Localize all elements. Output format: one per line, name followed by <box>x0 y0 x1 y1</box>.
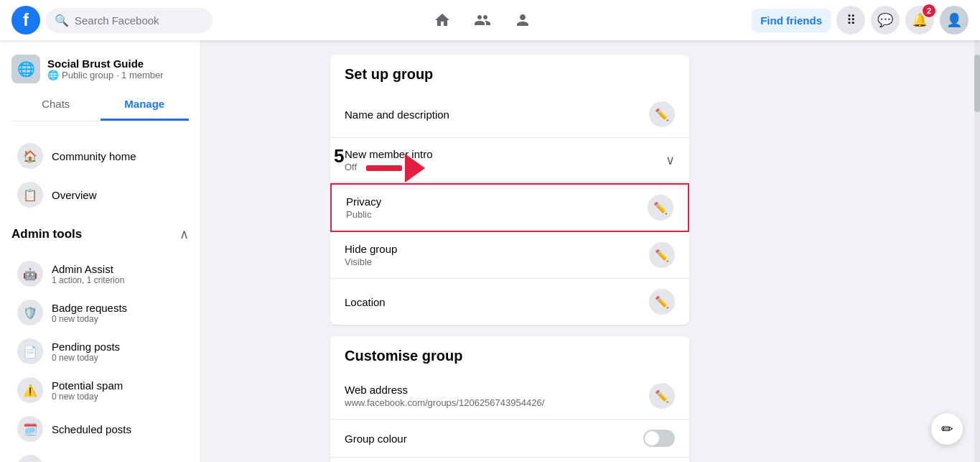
admin-tools-header: Admin tools ∧ <box>0 221 200 248</box>
customise-group-title: Customise group <box>330 336 689 373</box>
badge-requests-sub: 0 new today <box>52 314 127 324</box>
new-member-intro-sub: Off <box>345 162 433 172</box>
new-member-intro-row: New member intro Off ∨ <box>330 138 689 183</box>
group-colour-row: Group colour <box>330 420 689 458</box>
compose-button[interactable]: ✏ <box>931 413 963 445</box>
sidebar-item-overview[interactable]: 📋 Overview <box>6 176 195 213</box>
sidebar-item-community-home[interactable]: 🏠 Community home <box>6 137 195 175</box>
customise-group-card: Customise group Web address www.facebook… <box>330 336 689 462</box>
location-edit-button[interactable]: ✏️ <box>649 289 675 315</box>
pending-posts-icon: 📄 <box>17 338 43 364</box>
scheduled-posts-label: Scheduled posts <box>52 423 131 435</box>
sidebar: 🌐 Social Brust Guide 🌐 Public group · 1 … <box>0 40 201 462</box>
search-box[interactable]: 🔍 <box>46 8 213 33</box>
location-label: Location <box>345 296 386 308</box>
topnav-right: Find friends ⠿ 💬 🔔 2 👤 <box>752 6 969 34</box>
potential-spam-icon: ⚠️ <box>17 377 43 403</box>
admin-assist-icon: 🤖 <box>17 261 43 287</box>
search-input[interactable] <box>75 14 204 27</box>
name-description-label: Name and description <box>345 108 449 121</box>
activity-log-icon: 🕐 <box>17 455 43 462</box>
badge-requests-label: Badge requests <box>52 302 127 314</box>
search-icon: 🔍 <box>55 14 69 27</box>
sidebar-item-activity-log[interactable]: 🕐 Activity log <box>6 449 195 462</box>
profile-nav-button[interactable] <box>505 6 540 34</box>
scheduled-posts-icon: 🗓️ <box>17 416 43 442</box>
collapse-admin-tools-button[interactable]: ∧ <box>179 226 189 242</box>
badge-requests-icon: 🛡️ <box>17 300 43 325</box>
scrollbar-thumb[interactable] <box>974 55 980 112</box>
group-name: Social Brust Guide <box>47 57 164 70</box>
potential-spam-sub: 0 new today <box>52 392 123 402</box>
hide-group-label: Hide group <box>345 243 397 255</box>
sidebar-item-pending-posts[interactable]: 📄 Pending posts 0 new today <box>6 333 195 370</box>
scrollbar-track[interactable] <box>974 40 980 462</box>
group-info: 🌐 Social Brust Guide 🌐 Public group · 1 … <box>11 49 189 89</box>
sidebar-nav-section: 🏠 Community home 📋 Overview <box>0 130 200 221</box>
admin-tools-title: Admin tools <box>11 227 82 241</box>
privacy-edit-button[interactable]: ✏️ <box>648 195 673 221</box>
pending-posts-sub: 0 new today <box>52 353 120 363</box>
hide-group-edit-button[interactable]: ✏️ <box>649 242 675 268</box>
sidebar-header: 🌐 Social Brust Guide 🌐 Public group · 1 … <box>0 40 200 130</box>
group-sub: 🌐 Public group · 1 member <box>47 70 164 80</box>
notifications-button[interactable]: 🔔 2 <box>905 6 934 34</box>
web-address-row: Web address www.facebook.com/groups/1206… <box>330 373 689 420</box>
overview-label: Overview <box>52 189 97 201</box>
notif-badge: 2 <box>923 4 935 17</box>
potential-spam-label: Potential spam <box>52 379 123 392</box>
admin-assist-label: Admin Assist <box>52 263 124 275</box>
friends-nav-button[interactable] <box>465 6 500 34</box>
topnav-left: f 🔍 <box>11 6 213 34</box>
tab-manage[interactable]: Manage <box>101 89 190 121</box>
sidebar-item-scheduled-posts[interactable]: 🗓️ Scheduled posts <box>6 410 195 448</box>
badges-row: Badges 4 badges ✏️ <box>330 458 689 462</box>
hide-group-sub: Visible <box>345 257 397 267</box>
name-description-edit-button[interactable]: ✏️ <box>649 101 675 127</box>
find-friends-button[interactable]: Find friends <box>752 9 831 32</box>
web-address-sub: www.facebook.com/groups/1206256743954426… <box>345 397 544 408</box>
group-colour-toggle[interactable] <box>643 430 675 447</box>
content-area: 5 Set up group Name and description ✏️ N… <box>201 40 974 462</box>
community-home-icon: 🏠 <box>17 143 43 169</box>
tab-chats[interactable]: Chats <box>11 89 101 121</box>
apps-button[interactable]: ⠿ <box>836 6 865 34</box>
new-member-intro-chevron-button[interactable]: ∨ <box>666 152 675 168</box>
new-member-intro-label: New member intro <box>345 148 433 160</box>
messenger-button[interactable]: 💬 <box>871 6 900 34</box>
topnav: f 🔍 Find friends ⠿ 💬 🔔 2 👤 <box>0 0 980 40</box>
set-up-group-card: Set up group Name and description ✏️ New… <box>330 55 689 325</box>
privacy-row-highlighted: Privacy Public ✏️ <box>330 183 689 232</box>
web-address-edit-button[interactable]: ✏️ <box>649 383 675 409</box>
name-description-row: Name and description ✏️ <box>330 91 689 138</box>
home-nav-button[interactable] <box>425 6 459 34</box>
sidebar-item-badge-requests[interactable]: 🛡️ Badge requests 0 new today <box>6 294 195 331</box>
hide-group-row: Hide group Visible ✏️ <box>330 232 689 279</box>
location-row: Location ✏️ <box>330 279 689 325</box>
group-avatar: 🌐 <box>11 55 40 83</box>
sidebar-item-admin-assist[interactable]: 🤖 Admin Assist 1 action, 1 criterion <box>6 255 195 292</box>
topnav-center <box>213 6 752 34</box>
tabs-row: Chats Manage <box>11 89 189 121</box>
admin-tools-section: 🤖 Admin Assist 1 action, 1 criterion 🛡️ … <box>0 248 200 462</box>
privacy-label: Privacy <box>346 195 381 208</box>
facebook-logo[interactable]: f <box>11 6 40 34</box>
main-layout: 🌐 Social Brust Guide 🌐 Public group · 1 … <box>0 40 980 462</box>
group-colour-label: Group colour <box>345 433 407 445</box>
sidebar-item-potential-spam[interactable]: ⚠️ Potential spam 0 new today <box>6 371 195 409</box>
community-home-label: Community home <box>52 150 136 162</box>
admin-assist-sub: 1 action, 1 criterion <box>52 275 124 285</box>
overview-icon: 📋 <box>17 182 43 208</box>
set-up-group-title: Set up group <box>330 55 689 91</box>
avatar[interactable]: 👤 <box>940 6 969 34</box>
pending-posts-label: Pending posts <box>52 341 120 353</box>
privacy-row: Privacy Public ✏️ <box>332 185 688 231</box>
privacy-sub: Public <box>346 209 381 220</box>
web-address-label: Web address <box>345 384 544 396</box>
